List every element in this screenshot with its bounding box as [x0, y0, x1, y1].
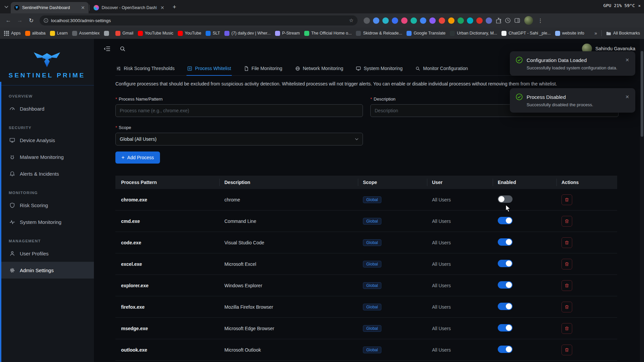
- bookmark-star-icon[interactable]: ☆: [349, 17, 354, 23]
- sidebar-item-alerts-incidents[interactable]: Alerts & Incidents: [0, 165, 94, 182]
- toast-close-icon[interactable]: ✕: [625, 57, 629, 63]
- extension-icon[interactable]: [439, 17, 445, 24]
- browser-tab-sentinelprime[interactable]: SentinelPrime Dashboard ✕: [11, 2, 89, 13]
- extension-icon[interactable]: [448, 17, 454, 24]
- scan-icon: [415, 66, 420, 71]
- process-name-input[interactable]: [115, 104, 363, 117]
- puzzle-extensions-icon[interactable]: [495, 17, 501, 23]
- sidebar-item-device-analysis[interactable]: Device Analysis: [0, 132, 94, 148]
- all-bookmarks-button[interactable]: All Bookmarks: [606, 31, 640, 36]
- extension-icon[interactable]: [458, 17, 464, 24]
- required-asterisk: *: [370, 97, 372, 102]
- add-process-button[interactable]: + Add Process: [115, 152, 160, 164]
- extension-icon[interactable]: [467, 17, 473, 24]
- sidebar-item-system-monitoring[interactable]: System Monitoring: [0, 214, 94, 230]
- toast-close-icon[interactable]: ✕: [625, 94, 629, 100]
- tab-process-whitelist[interactable]: Process Whitelist: [186, 62, 231, 75]
- sidebar-item-dashboard[interactable]: Dashboard: [0, 100, 94, 117]
- bookmark-item[interactable]: P-Stream: [275, 31, 300, 36]
- sidebar-item-admin-settings[interactable]: Admin Settings: [0, 262, 94, 279]
- bookmarks-overflow-icon[interactable]: »: [594, 31, 597, 36]
- enabled-toggle[interactable]: [498, 195, 513, 203]
- enabled-toggle[interactable]: [498, 260, 513, 267]
- bookmark-item[interactable]: The Official Home o...: [304, 31, 352, 36]
- site-info-icon[interactable]: [44, 18, 48, 23]
- browser-profile-avatar[interactable]: [524, 16, 533, 25]
- bookmark-label: website info: [562, 31, 584, 36]
- back-button[interactable]: ←: [3, 15, 13, 25]
- delete-button[interactable]: [561, 259, 572, 269]
- tab-close-icon[interactable]: ✕: [159, 5, 165, 11]
- extension-icon[interactable]: [429, 17, 436, 24]
- delete-button[interactable]: [561, 323, 572, 334]
- new-tab-button[interactable]: +: [170, 3, 179, 11]
- bookmark-item[interactable]: YouTube: [178, 31, 201, 36]
- history-clock-icon[interactable]: [505, 17, 511, 23]
- tab-file-monitoring[interactable]: File Monitoring: [243, 62, 283, 75]
- bookmark-item[interactable]: website info: [555, 31, 584, 36]
- bookmark-item[interactable]: [104, 31, 111, 36]
- delete-button[interactable]: [561, 216, 572, 227]
- extension-icon[interactable]: [411, 17, 417, 24]
- extension-icon[interactable]: [364, 17, 370, 24]
- delete-button[interactable]: [561, 280, 572, 291]
- sidebar-item-user-profiles[interactable]: User Profiles: [0, 245, 94, 262]
- tab-close-icon[interactable]: ✕: [80, 5, 86, 11]
- sidebar-item-risk-scoring[interactable]: Risk Scoring: [0, 197, 94, 214]
- delete-button[interactable]: [561, 237, 572, 248]
- delete-button[interactable]: [561, 345, 572, 355]
- tab-search-button[interactable]: [2, 3, 11, 11]
- bookmark-item[interactable]: Google Translate: [407, 31, 445, 36]
- tab-monitor-configuration[interactable]: Monitor Configuration: [415, 62, 469, 75]
- enabled-toggle[interactable]: [498, 324, 513, 331]
- bookmark-item[interactable]: Gmail: [115, 31, 133, 36]
- bookmark-item[interactable]: YouTube Music: [138, 31, 173, 36]
- delete-button[interactable]: [561, 302, 572, 312]
- forward-button[interactable]: →: [15, 15, 25, 25]
- bookmark-item[interactable]: Urban Dictionary, M...: [450, 31, 497, 36]
- browser-tab-opensearch[interactable]: Discover - OpenSearch Dashbo ✕: [90, 2, 168, 13]
- extension-icon[interactable]: [401, 17, 408, 24]
- extension-icon[interactable]: [486, 17, 492, 24]
- bookmark-item[interactable]: alibaba: [25, 31, 46, 36]
- scope-select[interactable]: Global (All Users): [115, 133, 363, 145]
- scrollbar-thumb[interactable]: [641, 51, 643, 137]
- search-icon[interactable]: [120, 46, 125, 52]
- extension-icon[interactable]: [382, 17, 389, 24]
- bookmark-item[interactable]: SLT: [206, 31, 220, 36]
- tab-risk-scoring-thresholds[interactable]: Risk Scoring Thresholds: [115, 62, 175, 75]
- address-bar[interactable]: localhost:3000/admin-settings ☆: [40, 15, 358, 25]
- bookmark-label: Learn: [57, 31, 68, 36]
- enabled-toggle[interactable]: [498, 281, 513, 289]
- bookmark-item[interactable]: ChatGPT - Sahi _ple...: [501, 31, 551, 36]
- bookmark-item[interactable]: Learn: [50, 31, 68, 36]
- tab-network-monitoring[interactable]: Network Monitoring: [294, 62, 344, 75]
- success-check-icon: [516, 57, 523, 63]
- extension-icon[interactable]: [476, 17, 483, 24]
- tab-label: Monitor Configuration: [423, 66, 468, 71]
- bookmark-item[interactable]: (7) daily.dev | Wher...: [224, 31, 271, 36]
- extension-icon[interactable]: [392, 17, 398, 24]
- collapse-sidebar-icon[interactable]: [104, 46, 110, 52]
- page-scrollbar[interactable]: [640, 39, 644, 362]
- tab-label: File Monitoring: [252, 66, 282, 71]
- url-text[interactable]: localhost:3000/admin-settings: [51, 18, 346, 23]
- browser-menu-icon[interactable]: ⋮: [537, 17, 544, 24]
- col-scope: Scope: [363, 176, 432, 189]
- reload-button[interactable]: ↻: [26, 15, 36, 25]
- bookmark-apps[interactable]: Apps: [4, 31, 21, 36]
- sidebar-item-malware-monitoring[interactable]: Malware Monitoring: [0, 148, 94, 165]
- enabled-toggle[interactable]: [498, 346, 513, 353]
- trash-icon: [565, 283, 569, 288]
- delete-button[interactable]: [561, 194, 572, 205]
- bookmark-item[interactable]: Skidrow & Reloade...: [356, 31, 402, 36]
- side-panel-icon[interactable]: [514, 17, 520, 23]
- tab-system-monitoring[interactable]: System Monitoring: [355, 62, 403, 75]
- extension-icon[interactable]: [420, 17, 426, 24]
- bookmark-label: SLT: [213, 31, 220, 36]
- enabled-toggle[interactable]: [498, 217, 513, 224]
- bookmark-item[interactable]: Assemblex: [72, 31, 100, 36]
- enabled-toggle[interactable]: [498, 303, 513, 310]
- extension-icon[interactable]: [373, 17, 379, 24]
- enabled-toggle[interactable]: [498, 238, 513, 246]
